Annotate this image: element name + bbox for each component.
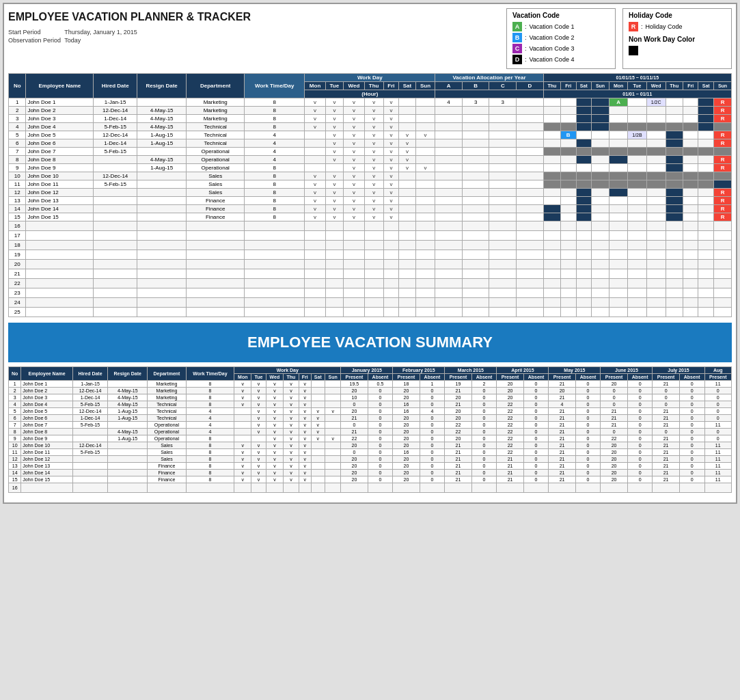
cell-sun [415, 123, 435, 131]
summary-row: 5John Doe 512-Dec-141-Aug-15Technical4 v… [9, 408, 732, 415]
sum-th-jan-p: Present [341, 374, 368, 381]
cell-d6 [628, 139, 646, 148]
th-d07: Wed [646, 82, 666, 90]
cell-d2 [560, 98, 576, 107]
cell-d10 [698, 205, 714, 213]
th-hired-date: Hired Date [94, 74, 137, 98]
cell-no: 2 [9, 107, 26, 115]
cell-wt: 8 [245, 205, 305, 213]
sum-th-apr-a: Absent [523, 374, 549, 381]
cell-sun [415, 156, 435, 164]
cell-d3 [576, 148, 592, 156]
cell-d8 [666, 131, 683, 139]
cell-d7 [646, 164, 666, 172]
code-r-colon: : [641, 23, 643, 30]
legend-item-r: R : Holiday Code [629, 22, 726, 31]
th-sun: Sun [415, 82, 435, 90]
th-d08: Thu [666, 82, 683, 90]
table-row: 9 John Doe 9 1-Aug-15 Operational 8 v v … [9, 164, 732, 172]
cell-thu: v [364, 115, 383, 123]
table-row: 5 John Doe 5 12-Dec-14 1-Aug-15 Technica… [9, 131, 732, 139]
cell-d3 [576, 123, 592, 131]
cell-resign [137, 197, 186, 205]
cell-dept: Operational [187, 148, 245, 156]
cell-d9 [683, 205, 698, 213]
cell-d9 [683, 213, 698, 221]
cell-sat: v [399, 131, 416, 139]
holiday-legend: Holiday Code R : Holiday Code Non Work D… [622, 8, 732, 69]
code-d-badge: D [512, 55, 522, 64]
cell-d4 [592, 180, 609, 189]
cell-mon: v [305, 98, 325, 107]
th-vac-c: C [489, 82, 517, 90]
cell-vac-a [435, 107, 463, 115]
code-b-colon: : [525, 34, 527, 41]
code-c-badge: C [512, 44, 522, 53]
cell-d8 [666, 115, 683, 123]
cell-no: 8 [9, 156, 26, 164]
cell-d8 [666, 180, 683, 189]
cell-thu: v [364, 139, 383, 148]
cell-d4 [592, 205, 609, 213]
cell-vac-c [489, 205, 517, 213]
cell-name: John Doe 7 [26, 148, 94, 156]
legend-item-b: B : Vacation Code 2 [512, 33, 609, 42]
cell-hired: 1-Dec-14 [94, 139, 137, 148]
cell-wt: 8 [245, 172, 305, 180]
cell-vac-b [462, 205, 489, 213]
cell-vac-b [462, 197, 489, 205]
cell-no: 13 [9, 197, 26, 205]
cell-d1 [543, 139, 560, 148]
cell-vac-a [435, 131, 463, 139]
cell-wt: 8 [245, 123, 305, 131]
cell-d11: R [714, 115, 732, 123]
cell-d4 [592, 148, 609, 156]
table-row: 13 John Doe 13 Finance 8 v v v v v [9, 197, 732, 205]
cell-d9 [683, 123, 698, 131]
cell-mon [305, 131, 325, 139]
cell-mon: v [305, 180, 325, 189]
cell-name: John Doe 9 [26, 164, 94, 172]
sum-th-name: Employee Name [21, 367, 73, 381]
cell-d9 [683, 107, 698, 115]
cell-sat [399, 123, 416, 131]
cell-wed: v [344, 98, 365, 107]
th-d02: Fri [560, 82, 576, 90]
cell-fri: v [383, 180, 399, 189]
cell-d1 [543, 205, 560, 213]
cell-sun [415, 180, 435, 189]
cell-d7 [646, 107, 666, 115]
non-work-row: Non Work Day Color [629, 36, 726, 57]
cell-sat [399, 115, 416, 123]
cell-d1 [543, 131, 560, 139]
sum-th-jul-p: Present [653, 374, 679, 381]
cell-wt: 4 [245, 131, 305, 139]
cell-d1 [543, 180, 560, 189]
cell-d8 [666, 164, 683, 172]
cell-d4 [592, 213, 609, 221]
cell-vac-a [435, 189, 463, 197]
cell-vac-a [435, 123, 463, 131]
code-r-badge: R [629, 22, 638, 31]
cell-d11: R [714, 164, 732, 172]
table-row: 12 John Doe 12 Sales 8 v v v v v [9, 189, 732, 197]
cell-mon [305, 148, 325, 156]
cell-d4 [592, 156, 609, 164]
cell-d5 [609, 172, 627, 180]
cell-sat [399, 197, 416, 205]
cell-sat [399, 98, 416, 107]
cell-d8 [666, 213, 683, 221]
cell-sat: v [399, 148, 416, 156]
sum-th-may-a: Absent [575, 374, 601, 381]
cell-d11 [714, 172, 732, 180]
cell-d1 [543, 156, 560, 164]
main-container: EMPLOYEE VACATION PLANNER & TRACKER Star… [3, 3, 737, 504]
cell-vac-b [462, 172, 489, 180]
th-vacation-alloc: Vacation Allocation per Year [435, 74, 543, 82]
summary-row: 14John Doe 14Finance8 vvvvv 200200210210… [9, 470, 732, 476]
cell-vac-d [517, 107, 544, 115]
cell-thu: v [364, 148, 383, 156]
cell-hired: 1-Jan-15 [94, 98, 137, 107]
cell-d1 [543, 164, 560, 172]
cell-vac-d [517, 213, 544, 221]
